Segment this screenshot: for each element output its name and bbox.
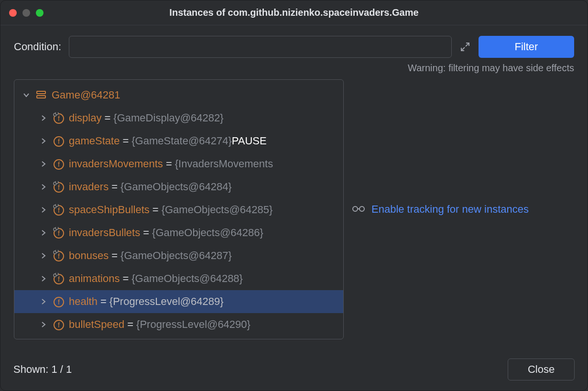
close-button[interactable]: Close [508,358,575,380]
enable-tracking-link[interactable]: Enable tracking for new instances [351,203,529,216]
equals: = [111,181,118,193]
equals: = [127,318,133,331]
field-icon: f [53,112,64,124]
field-name: display [69,112,101,124]
field-icon: f [53,135,64,147]
chevron-down-icon[interactable] [22,91,31,99]
equals: = [152,204,159,216]
svg-text:f: f [58,161,60,168]
svg-point-35 [359,206,364,211]
window-title: Instances of com.github.nizienko.spacein… [0,7,588,18]
field-value: {GameDisplay@64282} [113,112,223,124]
svg-point-21 [55,227,58,229]
equals: = [104,112,110,124]
field-value: {GameState@64274} [131,135,231,147]
svg-point-34 [353,206,358,211]
svg-point-29 [55,273,58,275]
field-row-display[interactable]: fdisplay = {GameDisplay@64282} [14,107,343,130]
chevron-right-icon[interactable] [39,297,48,306]
field-value: {GameObjects@64285} [162,204,273,216]
condition-label: Condition: [14,41,61,53]
svg-text:f: f [58,252,60,260]
field-icon: f [53,181,64,193]
field-icon: f [53,319,64,330]
field-icon: f [53,158,64,170]
chevron-right-icon[interactable] [39,251,48,260]
field-value: {GameObjects@64286} [152,227,263,239]
field-value: {GameObjects@64284} [120,181,232,193]
svg-rect-0 [37,91,45,94]
close-window-button[interactable] [9,9,17,17]
field-row-invadersMovements[interactable]: finvadersMovements = {InvadersMovements [14,152,343,175]
field-icon: f [53,227,64,239]
field-row-gameState[interactable]: fgameState = {GameState@64274} PAUSE [14,130,343,152]
chevron-right-icon[interactable] [39,183,48,191]
chevron-right-icon[interactable] [39,206,48,214]
field-row-invadersBullets[interactable]: finvadersBullets = {GameObjects@64286} [14,221,343,244]
equals: = [166,158,172,170]
instances-tree: Game@64281 fdisplay = {GameDisplay@64282… [14,79,344,339]
svg-text:f: f [58,115,60,122]
chevron-right-icon[interactable] [39,228,48,237]
field-name: invadersMovements [69,158,163,170]
maximize-window-button[interactable] [36,9,44,17]
field-name: invaders [69,181,109,193]
field-icon: f [53,273,64,284]
svg-text:f: f [58,138,60,145]
footer: Shown: 1 / 1 Close [13,358,575,380]
root-label: Game@64281 [52,89,120,101]
svg-text:f: f [58,229,60,237]
field-name: health [69,295,98,308]
minimize-window-button[interactable] [22,9,30,17]
field-row-health[interactable]: fhealth = {ProgressLevel@64289} [14,290,343,313]
chevron-right-icon[interactable] [39,137,48,145]
field-name: bonuses [69,250,109,262]
condition-row: Condition: Filter [0,25,588,61]
tree-root[interactable]: Game@64281 [14,84,343,107]
field-value: {InvadersMovements [175,158,273,170]
class-icon [35,89,47,101]
equals: = [143,227,149,239]
equals: = [100,295,107,308]
field-name: invadersBullets [69,227,140,239]
tracking-link-text: Enable tracking for new instances [371,203,529,216]
svg-point-13 [55,181,58,184]
svg-rect-1 [37,96,45,98]
field-value: {ProgressLevel@64289} [109,295,224,308]
svg-point-5 [55,112,58,115]
field-row-spaceShipBullets[interactable]: fspaceShipBullets = {GameObjects@64285} [14,198,343,221]
condition-input[interactable] [69,36,452,58]
chevron-right-icon[interactable] [39,274,48,283]
chevron-right-icon[interactable] [39,160,48,168]
equals: = [122,135,129,147]
svg-text:f: f [58,298,60,306]
field-value: {GameObjects@64288} [131,272,243,285]
equals: = [122,272,129,285]
chevron-right-icon[interactable] [39,114,48,122]
field-row-bulletSpeed[interactable]: fbulletSpeed = {ProgressLevel@64290} [14,313,343,336]
titlebar: Instances of com.github.nizienko.spacein… [0,0,588,25]
field-row-bonuses[interactable]: fbonuses = {GameObjects@64287} [14,244,343,267]
svg-point-17 [55,204,58,206]
field-name: gameState [69,135,120,147]
filter-button[interactable]: Filter [479,36,574,58]
field-name: animations [69,272,120,285]
field-icon: f [53,250,64,261]
field-row-animations[interactable]: fanimations = {GameObjects@64288} [14,267,343,290]
field-row-invaders[interactable]: finvaders = {GameObjects@64284} [14,175,343,198]
warning-text: Warning: filtering may have side effects [0,61,588,79]
svg-text:f: f [58,184,60,191]
right-panel: Enable tracking for new instances [351,79,574,339]
main-area: Game@64281 fdisplay = {GameDisplay@64282… [0,79,588,339]
svg-text:f: f [58,275,60,283]
field-name: bulletSpeed [69,318,124,331]
field-icon: f [53,296,64,307]
svg-point-25 [55,250,58,252]
glasses-icon [351,203,366,216]
field-icon: f [53,204,64,216]
equals: = [111,250,118,262]
svg-text:f: f [58,206,60,214]
field-value: {ProgressLevel@64290} [136,318,250,331]
chevron-right-icon[interactable] [39,320,48,329]
expand-icon[interactable] [459,41,471,53]
